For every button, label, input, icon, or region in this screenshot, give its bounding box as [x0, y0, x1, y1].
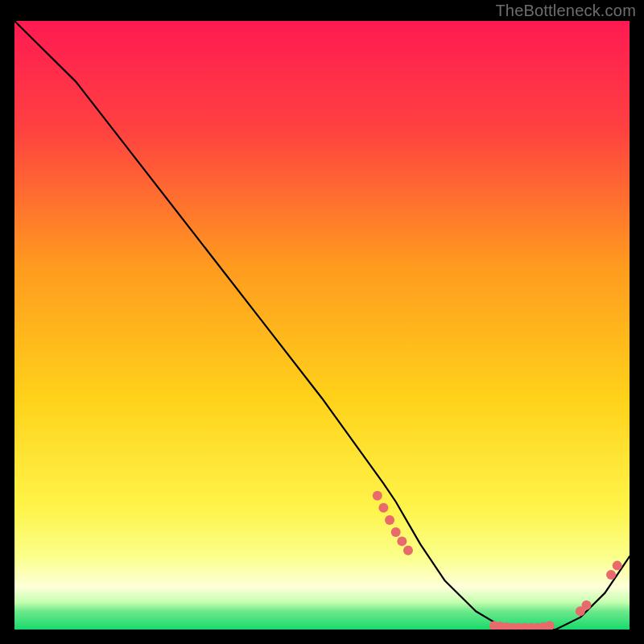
plot-area	[14, 21, 630, 630]
data-point-marker	[378, 503, 388, 513]
data-point-marker	[613, 561, 622, 571]
data-point-marker	[606, 570, 616, 580]
bottleneck-chart-svg	[14, 21, 630, 630]
data-point-marker	[373, 491, 382, 501]
gradient-background	[14, 21, 630, 630]
data-point-marker	[582, 601, 592, 610]
data-point-marker	[403, 546, 413, 555]
data-point-marker	[397, 536, 407, 546]
watermark-text: TheBottleneck.com	[495, 2, 636, 20]
data-point-marker	[391, 527, 401, 537]
chart-stage: TheBottleneck.com	[0, 0, 644, 644]
data-point-marker	[385, 515, 394, 525]
